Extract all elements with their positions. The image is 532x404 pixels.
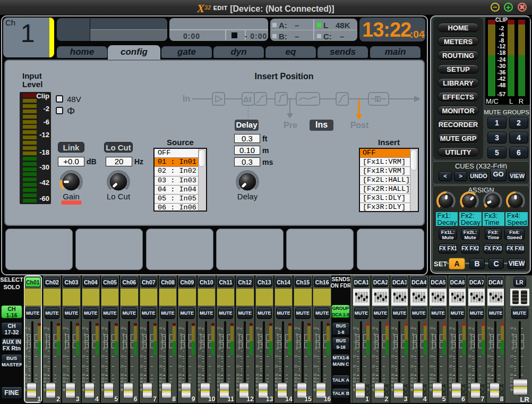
svg-text:Δt: Δt (243, 95, 252, 104)
svg-text:In: In (183, 94, 190, 103)
